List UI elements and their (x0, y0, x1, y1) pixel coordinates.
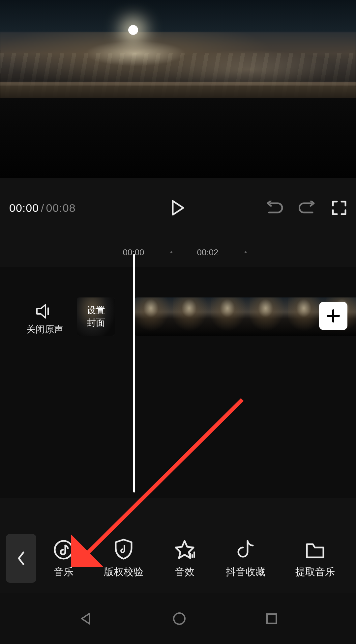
toolbar-label: 音乐 (54, 565, 74, 579)
video-preview[interactable] (0, 0, 356, 178)
playback-controls: 00:00 / 00:08 (0, 178, 356, 238)
video-editor-screen: 00:00 / 00:08 00:00 00:02 (0, 0, 356, 644)
ruler-tick (170, 251, 172, 253)
time-separator: / (41, 202, 44, 214)
toolbar-item-douyin-favorites[interactable]: 抖音收藏 (226, 539, 265, 579)
timeline-ruler[interactable]: 00:00 00:02 (0, 238, 356, 267)
clip-frame (173, 297, 211, 336)
audio-toolbar: 音乐 版权校验 音效 抖音收 (0, 524, 356, 593)
set-cover-button[interactable]: 设置 封面 (77, 297, 115, 336)
ruler-mark: 00:02 (197, 247, 218, 258)
toolbar-back-button[interactable] (6, 534, 36, 583)
music-icon (53, 540, 74, 560)
add-clip-button[interactable] (319, 302, 347, 330)
preview-frame (0, 0, 356, 178)
svg-point-2 (174, 613, 185, 624)
shield-icon (114, 538, 134, 560)
toolbar-item-music[interactable]: 音乐 (53, 540, 74, 579)
toolbar-item-copyright[interactable]: 版权校验 (104, 538, 143, 579)
cover-label: 设置 封面 (87, 304, 105, 329)
nav-back-button[interactable] (78, 611, 94, 627)
clip-frame (211, 297, 250, 336)
folder-icon (305, 541, 325, 560)
toolbar-label: 提取音乐 (295, 565, 335, 579)
time-current: 00:00 (9, 202, 39, 214)
nav-recent-button[interactable] (265, 612, 278, 625)
toolbar-label: 版权校验 (104, 565, 143, 579)
undo-button[interactable] (266, 201, 283, 215)
star-icon (174, 539, 195, 560)
fullscreen-button[interactable] (332, 200, 347, 215)
douyin-icon (236, 539, 255, 560)
toolbar-item-sfx[interactable]: 音效 (174, 539, 195, 579)
svg-rect-3 (267, 614, 276, 623)
nav-home-button[interactable] (171, 611, 187, 627)
mute-label: 关闭原声 (26, 323, 63, 336)
clip-frame (250, 297, 288, 336)
timeline[interactable]: 关闭原声 设置 封面 (0, 267, 356, 498)
toolbar-label: 抖音收藏 (226, 565, 265, 579)
time-total: 00:08 (46, 202, 76, 214)
system-nav-bar (0, 593, 356, 644)
redo-button[interactable] (299, 201, 316, 215)
clip-frame (135, 297, 173, 336)
play-button[interactable] (171, 200, 185, 215)
ruler-tick (245, 251, 247, 253)
mute-original-audio-button[interactable]: 关闭原声 (26, 303, 63, 336)
playhead[interactable] (133, 254, 135, 492)
toolbar-label: 音效 (175, 565, 194, 579)
toolbar-item-extract-music[interactable]: 提取音乐 (295, 541, 335, 579)
